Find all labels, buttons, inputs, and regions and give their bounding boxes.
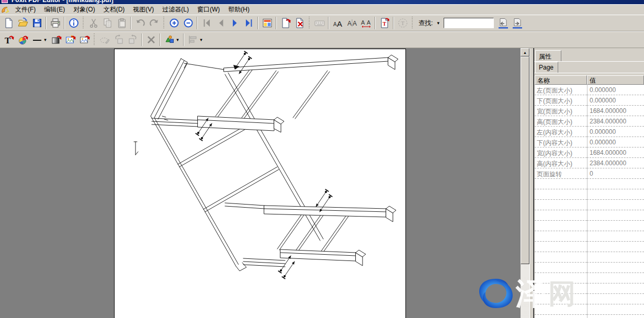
menu-help[interactable]: 帮助(H) [224,4,254,15]
open-document-button[interactable] [16,16,30,30]
page-thumbnails-button[interactable] [260,16,274,30]
dropdown-caret[interactable]: ▾ [175,33,180,46]
menu-document[interactable]: 文档(D) [99,4,129,15]
add-text-button[interactable]: T [2,33,16,47]
menu-filter[interactable]: 过滤器(L) [158,4,193,15]
properties-panel: 属性 Page 名称值 左(页面大小)0.000000下(页面大小)0.0000… [534,48,644,318]
dropdown-caret[interactable]: ▾ [199,33,204,46]
scroll-up-button[interactable]: ▲ [521,48,529,56]
svg-text:A: A [353,20,357,27]
rotate-left-button[interactable] [111,33,126,47]
deselect-button[interactable] [97,33,111,47]
find-input[interactable] [444,18,494,28]
dropdown-caret[interactable]: ▾ [43,33,48,46]
property-row-empty [535,263,644,273]
property-name: 宽(页面大小) [535,106,587,116]
font-kerning-button[interactable]: AA [345,16,359,30]
property-row: 宽(页面大小)1684.000000 [535,106,644,116]
menu-items: 文件(F)编辑(E)对象(O)文档(D)视图(V)过滤器(L)窗口(W)帮助(H… [11,5,254,15]
property-row-empty [535,252,644,263]
property-value[interactable]: 1684.000000 [587,147,644,158]
cut-button[interactable] [86,16,100,30]
add-image-button[interactable] [77,33,92,47]
toolbar-separator [197,17,198,29]
copy-button[interactable] [100,16,115,30]
property-value[interactable]: 0.000000 [587,95,644,106]
new-document-button[interactable] [2,16,16,30]
menu-edit[interactable]: 编辑(E) [40,4,69,15]
property-name: 宽(内容大小) [535,147,587,158]
delete-object-button[interactable] [144,33,158,47]
keyboard-button[interactable] [312,16,326,30]
font-replace-button[interactable]: AA [331,16,345,30]
property-row-empty [535,231,644,242]
property-name: 页面旋转 [535,168,587,179]
property-value[interactable]: 2384.000000 [587,116,644,127]
toolbar-separator [46,17,47,29]
property-value[interactable]: 0 [587,168,644,179]
redo-button[interactable] [147,16,161,30]
window-title: Foxit PDF Editor - [menkuang.pdf] [12,0,644,4]
menu-view[interactable]: 视图(V) [129,4,158,15]
vertical-scrollbar[interactable]: ▲ [521,48,529,318]
menu-object[interactable]: 对象(O) [69,4,99,15]
property-value[interactable]: 0.000000 [587,137,644,147]
find-label: 查找: [415,19,435,28]
align-objects-button[interactable]: ▾ [186,33,205,47]
toolbar-separator [130,17,131,29]
last-page-button[interactable] [242,16,256,30]
rotate-right-button[interactable] [126,33,140,47]
page-tab[interactable]: Page [535,62,558,73]
svg-text:A: A [337,19,342,28]
properties-tab[interactable]: 属性 [535,50,561,61]
page-drawing [115,49,405,317]
scroll-thumb[interactable] [521,56,529,264]
add-color-button[interactable] [16,33,30,47]
insert-page-button[interactable] [278,16,292,30]
property-row-empty [535,200,644,210]
edit-image-button[interactable] [63,33,77,47]
property-row: 高(页面大小)2384.000000 [535,116,644,127]
add-shading-button[interactable] [49,33,63,47]
property-value[interactable]: 0.000000 [587,85,644,95]
first-page-button[interactable] [199,16,213,30]
font-spacing-button[interactable]: AA [359,16,373,30]
save-document-button[interactable] [30,16,44,30]
find-previous-button[interactable] [496,16,510,30]
next-page-button[interactable] [228,16,242,30]
undo-button[interactable] [133,16,147,30]
insert-shapes-button[interactable]: ▾ [162,33,182,47]
application-window: { "window": { "title": "Foxit PDF Editor… [0,0,644,318]
property-name: 左(页面大小) [535,85,587,95]
svg-text:A: A [361,19,365,26]
insert-text-button[interactable]: T [377,16,391,30]
prop-column-header-name[interactable]: 名称 [535,75,587,85]
property-row: 页面旋转0 [535,168,644,179]
zoom-out-button[interactable] [181,16,195,30]
previous-page-button[interactable] [213,16,228,30]
find-next-button[interactable] [510,16,524,30]
toolbar-separator [160,33,161,46]
zoom-in-button[interactable] [167,16,181,30]
find-history-caret[interactable]: ▾ [435,17,442,29]
paste-button[interactable] [115,16,129,30]
menu-file[interactable]: 文件(F) [11,4,40,15]
property-value[interactable]: 1684.000000 [587,106,644,116]
toolbar-separator [257,17,258,29]
property-row-empty [535,189,644,200]
delete-page-button[interactable] [292,16,307,30]
prop-column-header-value[interactable]: 值 [587,75,644,85]
print-button[interactable] [48,16,62,30]
property-value[interactable]: 0.000000 [587,127,644,137]
toolbar-main: AAAAAATT查找:▾ [0,15,644,31]
property-row: 左(内容大小)0.000000 [535,127,644,137]
line-style-button[interactable]: ▾ [30,33,49,47]
menu-window[interactable]: 窗口(W) [193,4,224,15]
property-row-empty [535,221,644,231]
document-info-button[interactable] [66,16,81,30]
pdf-page[interactable] [114,49,406,318]
text-tool-button[interactable]: T [396,16,410,30]
panel-splitter[interactable] [529,48,534,318]
document-icon[interactable] [1,6,9,14]
property-value[interactable]: 2384.000000 [587,158,644,168]
